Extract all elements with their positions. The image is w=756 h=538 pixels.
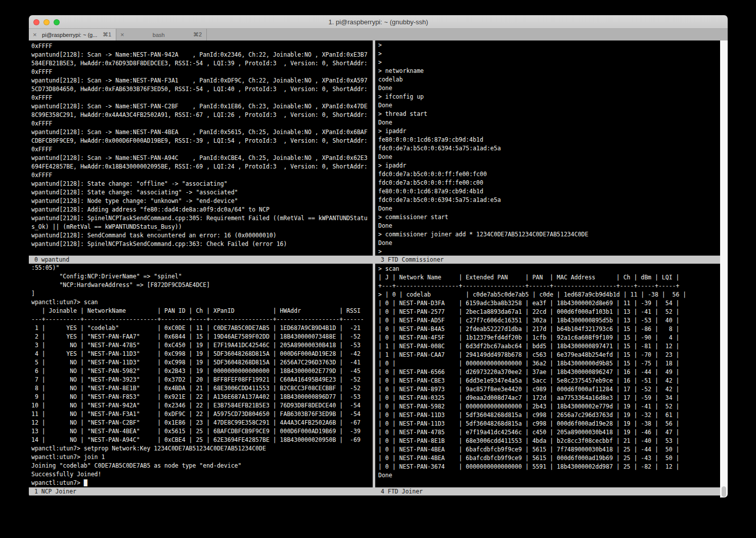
pane-ftd-joiner[interactable]: > scan | J | Network Name | Extended PAN… xyxy=(375,264,720,487)
close-tab-icon[interactable]: × xyxy=(29,29,40,40)
tmux-session: 0xFFFF wpantund[2128]: Scan -> Name:NEST… xyxy=(29,40,728,498)
tab-bash[interactable]: × bash ⌘2 xyxy=(116,29,207,40)
scrollbar-thumb[interactable] xyxy=(722,486,726,497)
pane-title-ncp-joiner[interactable]: 1 NCP Joiner xyxy=(29,487,373,495)
tab-label: bash xyxy=(127,32,190,38)
tab-bar-filler xyxy=(207,29,728,40)
tab-shortcut: ⌘2 xyxy=(190,31,206,38)
window-titlebar[interactable]: 1. pi@raspberrypi: ~ (gnubby-ssh) xyxy=(29,15,728,29)
tab-bar: × pi@raspberrypi: ~ (g... ⌘1 × bash ⌘2 xyxy=(29,29,728,40)
pane-ftd-commissioner[interactable]: > > > > networkname codelab Done > ifcon… xyxy=(375,40,720,256)
window-title: 1. pi@raspberrypi: ~ (gnubby-ssh) xyxy=(29,15,728,29)
scrollbar[interactable] xyxy=(720,40,728,498)
pane-ncp-joiner[interactable]: :55:05)" "Config:NCP:DriverName" => "spi… xyxy=(29,264,373,487)
tab-ssh-session[interactable]: × pi@raspberrypi: ~ (g... ⌘1 xyxy=(29,29,116,40)
tab-shortcut: ⌘1 xyxy=(100,31,116,38)
pane-wpantund-log[interactable]: 0xFFFF wpantund[2128]: Scan -> Name:NEST… xyxy=(29,40,373,256)
pane-title-ftd-commissioner[interactable]: 3 FTD Commissioner xyxy=(375,256,720,264)
terminal-window: 1. pi@raspberrypi: ~ (gnubby-ssh) × pi@r… xyxy=(29,15,728,498)
tab-label: pi@raspberrypi: ~ (g... xyxy=(40,32,100,38)
close-tab-icon[interactable]: × xyxy=(116,29,127,40)
pane-title-wpantund[interactable]: 0 wpantund xyxy=(29,256,373,264)
pane-title-ftd-joiner[interactable]: 4 FTD Joiner xyxy=(375,487,720,495)
